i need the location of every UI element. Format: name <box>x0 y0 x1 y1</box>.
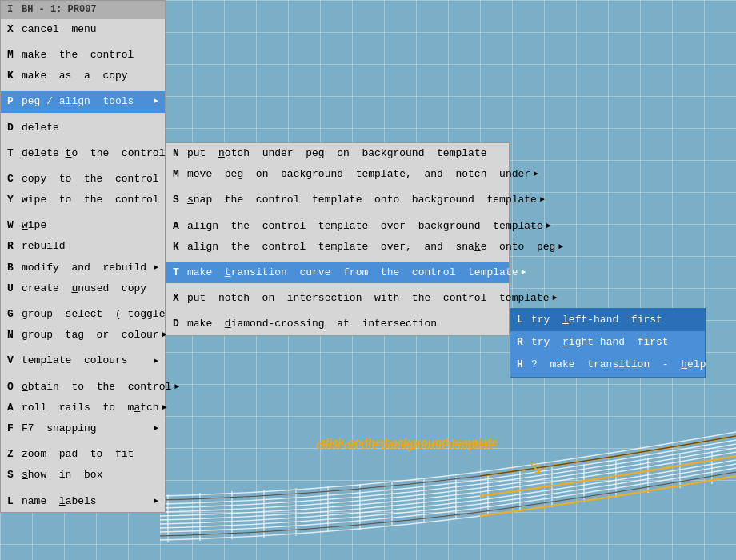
submenu-align-snake[interactable]: K align the control template over, and s… <box>166 237 509 258</box>
menu-title: I BH - 1: PR007 <box>1 1 165 19</box>
template-colours-arrow-icon: ► <box>154 356 158 367</box>
align-arrow-icon: ► <box>546 221 551 232</box>
submenu-align[interactable]: A align the control template over backgr… <box>166 216 509 237</box>
menu-item-group-tag[interactable]: N group tag or colour ► <box>1 325 165 346</box>
submenu-peg-align: N put notch under peg on background temp… <box>166 142 510 336</box>
menu-item-unused-copy[interactable]: U create unused copy <box>1 278 165 299</box>
roll-rails-arrow-icon: ► <box>162 402 167 414</box>
submenu-move-peg[interactable]: M move peg on background template, and n… <box>166 164 509 185</box>
submenu-transition-help[interactable]: H ? make transition - help <box>510 354 705 376</box>
menu-item-roll-rails[interactable]: A roll rails to match ► <box>1 398 165 418</box>
click-hint-text: click on the background template <box>316 438 494 451</box>
submenu-snap[interactable]: S snap the control template onto backgro… <box>166 190 509 210</box>
submenu-right-hand[interactable]: R try right-hand first <box>510 331 705 354</box>
submenu-diamond-crossing[interactable]: D make diamond-crossing at intersection <box>166 314 509 334</box>
transition-arrow-icon: ► <box>521 267 526 278</box>
menu-item-modify-rebuild[interactable]: B modify and rebuild ► <box>1 258 165 278</box>
menu-item-wipe-to-control[interactable]: Y wipe to the control <box>1 190 165 210</box>
submenu-put-notch-intersection[interactable]: X put notch on intersection with the con… <box>166 288 509 309</box>
click-hint-arrow-icon: ↘ <box>528 458 542 478</box>
track-visualization <box>160 400 736 560</box>
menu-item-make-copy[interactable]: K make as a copy <box>1 66 165 86</box>
name-labels-arrow-icon: ► <box>154 496 158 507</box>
context-menu: I BH - 1: PR007 X cancel menu M make the… <box>0 0 166 513</box>
align-snake-arrow-icon: ► <box>558 242 563 253</box>
menu-item-make-control[interactable]: M make the control <box>1 45 165 66</box>
menu-item-delete[interactable]: D delete <box>1 118 165 138</box>
menu-item-zoom-pad[interactable]: Z zoom pad to fit <box>1 444 165 465</box>
title-key: I <box>7 3 18 17</box>
menu-item-wipe[interactable]: W wipe <box>1 215 165 236</box>
menu-item-template-colours[interactable]: V template colours ► <box>1 350 165 371</box>
menu-item-copy-to-control[interactable]: C copy to the control <box>1 169 165 190</box>
menu-item-obtain[interactable]: O obtain to the control ► <box>1 377 165 398</box>
notch-intersection-arrow-icon: ► <box>552 293 557 304</box>
submenu-left-hand[interactable]: L try left-hand first <box>510 309 705 331</box>
menu-item-cancel[interactable]: X cancel menu <box>1 19 165 40</box>
menu-item-group-select[interactable]: G group select ( toggle ) <box>1 304 165 325</box>
obtain-arrow-icon: ► <box>174 382 179 393</box>
menu-item-peg-align[interactable]: P peg / align tools ► <box>1 91 165 112</box>
menu-item-rebuild[interactable]: R rebuild <box>1 236 165 257</box>
menu-title-label: BH - 1: PR007 <box>22 3 97 17</box>
submenu-transition: L try left-hand first R try right-hand f… <box>510 308 706 378</box>
modify-arrow-icon: ► <box>154 262 158 274</box>
f7-arrow-icon: ► <box>154 423 158 434</box>
menu-item-delete-to-control[interactable]: T delete to the control <box>1 143 165 164</box>
submenu-make-transition[interactable]: T make transition curve from the control… <box>166 262 509 283</box>
move-peg-arrow-icon: ► <box>534 169 538 180</box>
menu-item-f7-snapping[interactable]: F F7 snapping ► <box>1 418 165 439</box>
snap-arrow-icon: ► <box>540 194 545 206</box>
menu-item-show-in-box[interactable]: S show in box <box>1 465 165 486</box>
menu-item-name-labels[interactable]: L name labels ► <box>1 491 165 512</box>
submenu-put-notch[interactable]: N put notch under peg on background temp… <box>166 143 509 164</box>
peg-arrow-icon: ► <box>154 96 158 107</box>
